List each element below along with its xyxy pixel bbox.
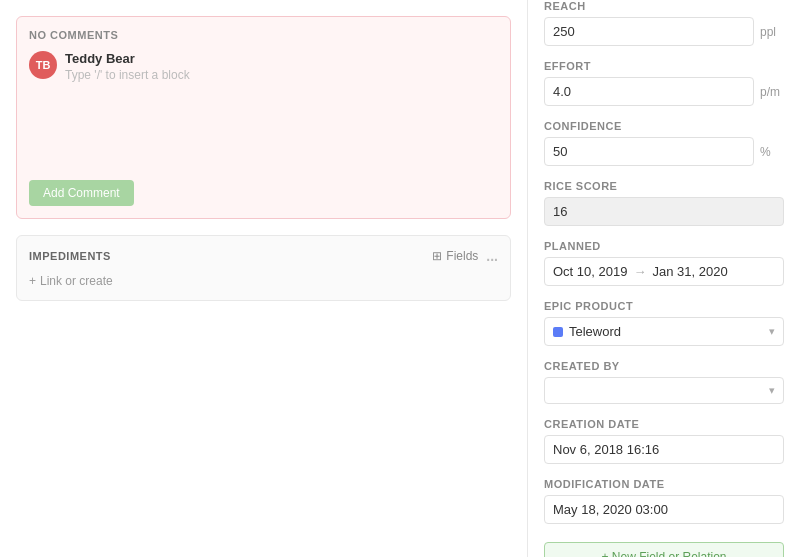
- fields-icon: ⊞: [432, 249, 442, 263]
- epic-product-select[interactable]: Teleword ▾: [544, 317, 784, 346]
- epic-select-value-row: Teleword: [553, 324, 621, 339]
- epic-product-label: EPIC PRODUCT: [544, 300, 784, 312]
- created-by-select[interactable]: ▾: [544, 377, 784, 404]
- confidence-input[interactable]: [544, 137, 754, 166]
- comments-label: NO COMMENTS: [29, 29, 498, 41]
- impediments-section: IMPEDIMENTS ⊞ Fields ... + Link or creat…: [16, 235, 511, 301]
- left-panel: NO COMMENTS TB Teddy Bear Type '/' to in…: [0, 0, 528, 557]
- impediments-title: IMPEDIMENTS: [29, 250, 111, 262]
- comments-section: NO COMMENTS TB Teddy Bear Type '/' to in…: [16, 16, 511, 219]
- effort-input-row: p/m: [544, 77, 784, 106]
- confidence-field-group: CONFIDENCE %: [544, 120, 784, 166]
- chevron-down-icon-2: ▾: [769, 384, 775, 397]
- plus-icon: +: [29, 274, 36, 288]
- planned-start: Oct 10, 2019: [553, 264, 627, 279]
- created-by-label: CREATED BY: [544, 360, 784, 372]
- confidence-unit: %: [760, 145, 784, 159]
- comment-placeholder-text: Type '/' to insert a block: [65, 68, 190, 82]
- reach-input[interactable]: [544, 17, 754, 46]
- modification-date-text: May 18, 2020 03:00: [553, 502, 668, 517]
- planned-end: Jan 31, 2020: [652, 264, 727, 279]
- chevron-down-icon: ▾: [769, 325, 775, 338]
- rice-score-label: RICE SCORE: [544, 180, 784, 192]
- impediments-header: IMPEDIMENTS ⊞ Fields ...: [29, 248, 498, 264]
- right-panel: REACH ppl EFFORT p/m CONFIDENCE % RICE S…: [528, 0, 800, 557]
- user-name: Teddy Bear: [65, 51, 190, 66]
- planned-date-row[interactable]: Oct 10, 2019 → Jan 31, 2020: [544, 257, 784, 286]
- planned-field-group: PLANNED Oct 10, 2019 → Jan 31, 2020: [544, 240, 784, 286]
- creation-date-text: Nov 6, 2018 16:16: [553, 442, 659, 457]
- reach-label: REACH: [544, 0, 784, 12]
- fields-label: Fields: [446, 249, 478, 263]
- rice-score-value: 16: [544, 197, 784, 226]
- creation-date-field-group: CREATION DATE Nov 6, 2018 16:16: [544, 418, 784, 464]
- epic-product-field-group: EPIC PRODUCT Teleword ▾: [544, 300, 784, 346]
- effort-field-group: EFFORT p/m: [544, 60, 784, 106]
- confidence-input-row: %: [544, 137, 784, 166]
- modification-date-field-group: MODIFICATION DATE May 18, 2020 03:00: [544, 478, 784, 524]
- modification-date-label: MODIFICATION DATE: [544, 478, 784, 490]
- avatar: TB: [29, 51, 57, 79]
- impediments-actions: ⊞ Fields ...: [432, 248, 498, 264]
- reach-field-group: REACH ppl: [544, 0, 784, 46]
- fields-button[interactable]: ⊞ Fields: [432, 249, 478, 263]
- created-by-field-group: CREATED BY ▾: [544, 360, 784, 404]
- epic-value: Teleword: [569, 324, 621, 339]
- planned-arrow: →: [633, 264, 646, 279]
- new-field-relation-button[interactable]: + New Field or Relation: [544, 542, 784, 557]
- effort-unit: p/m: [760, 85, 784, 99]
- reach-input-row: ppl: [544, 17, 784, 46]
- confidence-label: CONFIDENCE: [544, 120, 784, 132]
- creation-date-label: CREATION DATE: [544, 418, 784, 430]
- comment-user-row: TB Teddy Bear Type '/' to insert a block: [29, 51, 498, 82]
- planned-label: PLANNED: [544, 240, 784, 252]
- link-create-label: Link or create: [40, 274, 113, 288]
- epic-color-dot: [553, 327, 563, 337]
- modification-date-value: May 18, 2020 03:00: [544, 495, 784, 524]
- rice-score-field-group: RICE SCORE 16: [544, 180, 784, 226]
- effort-label: EFFORT: [544, 60, 784, 72]
- effort-input[interactable]: [544, 77, 754, 106]
- comment-user-info: Teddy Bear Type '/' to insert a block: [65, 51, 190, 82]
- add-comment-button[interactable]: Add Comment: [29, 180, 134, 206]
- creation-date-value: Nov 6, 2018 16:16: [544, 435, 784, 464]
- comment-body-area[interactable]: [65, 90, 498, 170]
- link-or-create-button[interactable]: + Link or create: [29, 274, 498, 288]
- reach-unit: ppl: [760, 25, 784, 39]
- more-button[interactable]: ...: [486, 248, 498, 264]
